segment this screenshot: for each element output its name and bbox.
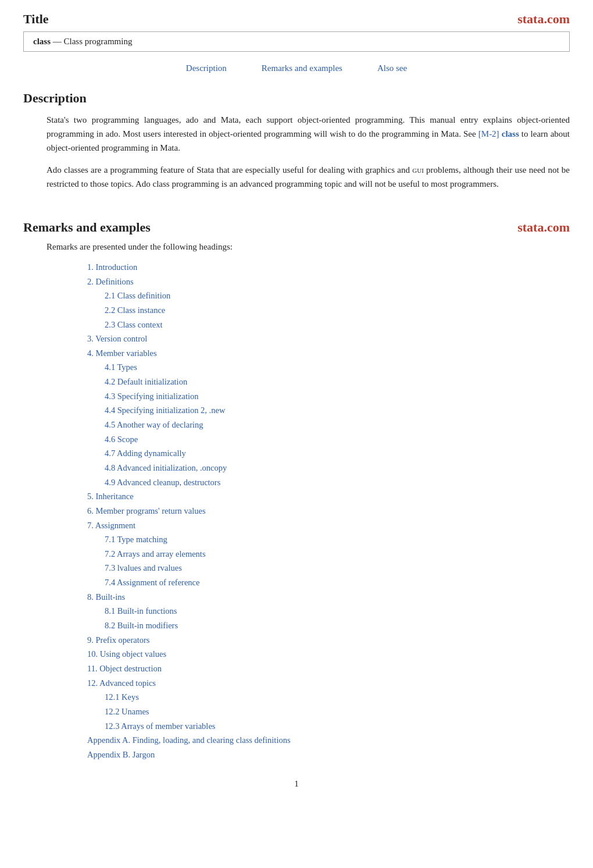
stata-link[interactable]: stata.com bbox=[517, 12, 570, 27]
toc-item[interactable]: 2. Definitions bbox=[87, 275, 570, 289]
description-heading: Description bbox=[23, 91, 570, 106]
toc-item[interactable]: 4.2 Default initialization bbox=[105, 375, 570, 389]
toc-item[interactable]: 7.4 Assignment of reference bbox=[105, 575, 570, 590]
toc-item[interactable]: 7.2 Arrays and array elements bbox=[105, 547, 570, 561]
remarks-heading: Remarks and examples bbox=[23, 220, 151, 235]
page-title: Title bbox=[23, 12, 49, 27]
m2-link[interactable]: [M-2] bbox=[478, 129, 499, 138]
toc-item[interactable]: 11. Object destruction bbox=[87, 661, 570, 676]
toc-item[interactable]: 2.1 Class definition bbox=[105, 289, 570, 303]
remarks-intro: Remarks are presented under the followin… bbox=[23, 242, 570, 252]
toc-item[interactable]: 8. Built-ins bbox=[87, 590, 570, 604]
tab-also-see[interactable]: Also see bbox=[377, 63, 407, 73]
toc-item[interactable]: 4.8 Advanced initialization, .oncopy bbox=[105, 461, 570, 475]
toc-item[interactable]: 5. Inheritance bbox=[87, 489, 570, 504]
toc-item[interactable]: 7.3 lvalues and rvalues bbox=[105, 561, 570, 575]
description-section: Description Stata's two programming lang… bbox=[23, 91, 570, 191]
title-box-dash: — bbox=[51, 37, 64, 46]
toc-item[interactable]: 6. Member programs' return values bbox=[87, 504, 570, 518]
toc-item[interactable]: 3. Version control bbox=[87, 332, 570, 346]
toc-item[interactable]: 8.1 Built-in functions bbox=[105, 604, 570, 618]
toc-item[interactable]: 12.3 Arrays of member variables bbox=[105, 719, 570, 734]
toc-item[interactable]: 4.6 Scope bbox=[105, 432, 570, 447]
nav-tabs: Description Remarks and examples Also se… bbox=[23, 63, 570, 73]
toc-item[interactable]: 2.3 Class context bbox=[105, 318, 570, 332]
toc-item[interactable]: 4.4 Specifying initialization 2, .new bbox=[105, 403, 570, 418]
remarks-section: Remarks and examples stata.com Remarks a… bbox=[23, 202, 570, 762]
title-box: class — Class programming bbox=[23, 31, 570, 52]
toc-item[interactable]: 4.9 Advanced cleanup, destructors bbox=[105, 475, 570, 490]
page-number: 1 bbox=[23, 779, 570, 789]
tab-description[interactable]: Description bbox=[186, 63, 227, 73]
toc-item[interactable]: 4.5 Another way of declaring bbox=[105, 418, 570, 432]
toc-item[interactable]: 4. Member variables bbox=[87, 346, 570, 361]
toc-item[interactable]: 12.1 Keys bbox=[105, 690, 570, 705]
description-para-1: Stata's two programming languages, ado a… bbox=[23, 113, 570, 155]
page-header: Title stata.com bbox=[23, 12, 570, 27]
remarks-stata-link[interactable]: stata.com bbox=[517, 220, 570, 235]
toc-item[interactable]: Appendix B. Jargon bbox=[87, 748, 570, 762]
toc-container: 1. Introduction2. Definitions2.1 Class d… bbox=[23, 260, 570, 762]
toc-item[interactable]: 4.7 Adding dynamically bbox=[105, 446, 570, 461]
toc-item[interactable]: 7.1 Type matching bbox=[105, 532, 570, 547]
class-link[interactable]: class bbox=[502, 129, 519, 138]
toc-item[interactable]: 1. Introduction bbox=[87, 260, 570, 275]
toc-item[interactable]: 7. Assignment bbox=[87, 518, 570, 533]
toc-item[interactable]: 4.1 Types bbox=[105, 360, 570, 375]
toc-item[interactable]: 8.2 Built-in modifiers bbox=[105, 618, 570, 633]
tab-remarks[interactable]: Remarks and examples bbox=[262, 63, 342, 73]
toc-item[interactable]: 4.3 Specifying initialization bbox=[105, 389, 570, 404]
toc-item[interactable]: 12.2 Unames bbox=[105, 705, 570, 719]
toc-item[interactable]: 10. Using object values bbox=[87, 647, 570, 661]
description-para-2: Ado classes are a programming feature of… bbox=[23, 163, 570, 191]
toc-item[interactable]: Appendix A. Finding, loading, and cleari… bbox=[87, 733, 570, 748]
title-box-keyword: class bbox=[33, 37, 51, 46]
toc-item[interactable]: 2.2 Class instance bbox=[105, 303, 570, 318]
toc-item[interactable]: 12. Advanced topics bbox=[87, 676, 570, 691]
remarks-heading-row: Remarks and examples stata.com bbox=[23, 202, 570, 242]
toc-item[interactable]: 9. Prefix operators bbox=[87, 633, 570, 648]
title-box-description: Class programming bbox=[64, 37, 133, 46]
